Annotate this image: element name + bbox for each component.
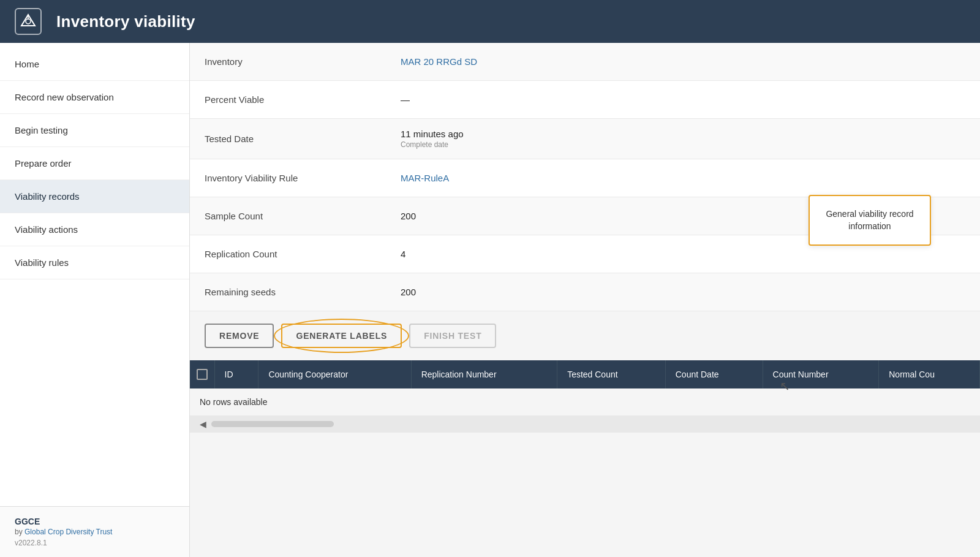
sidebar-item-viability-actions[interactable]: Viability actions xyxy=(0,213,189,246)
no-rows-cell: No rows available xyxy=(190,388,980,415)
tooltip-text: General viability record information xyxy=(826,209,913,231)
sidebar-nav: HomeRecord new observationBegin testingP… xyxy=(0,43,189,506)
finish-test-button[interactable]: FINISH TEST xyxy=(409,324,496,348)
data-table-wrap: IDCounting CooperatorReplication NumberT… xyxy=(190,360,980,415)
info-row-2: Tested Date11 minutes agoComplete date xyxy=(190,119,980,159)
info-row-0: InventoryMAR 20 RRGd SD xyxy=(190,43,980,81)
sidebar-footer: GGCE by Global Crop Diversity Trust v202… xyxy=(0,506,189,557)
table-col-tested-count: Tested Count xyxy=(557,360,666,388)
info-row-1: Percent Viable— xyxy=(190,81,980,119)
info-label-3: Inventory Viability Rule xyxy=(190,163,386,193)
sidebar-item-begin-testing[interactable]: Begin testing xyxy=(0,114,189,147)
sidebar-item-prepare-order[interactable]: Prepare order xyxy=(0,147,189,180)
remove-button[interactable]: REMOVE xyxy=(205,324,274,348)
table-no-rows-row: No rows available xyxy=(190,388,980,415)
table-col-normal-cou: Normal Cou xyxy=(879,360,980,388)
info-value-2: 11 minutes agoComplete date xyxy=(386,119,980,159)
info-value-6: 200 xyxy=(386,277,980,307)
horizontal-scrollbar[interactable] xyxy=(211,421,334,427)
sidebar-item-home[interactable]: Home xyxy=(0,48,189,81)
tooltip-box: General viability record information xyxy=(809,195,931,246)
sidebar-version: v2022.8.1 xyxy=(15,539,175,547)
scroll-row: ◀ xyxy=(190,415,980,433)
table-header: IDCounting CooperatorReplication NumberT… xyxy=(190,360,980,388)
sidebar-item-record-new-observation[interactable]: Record new observation xyxy=(0,81,189,114)
sidebar-trust-link[interactable]: Global Crop Diversity Trust xyxy=(24,528,112,536)
generate-labels-wrap: GENERATE LABELS xyxy=(281,324,402,348)
app-header: Inventory viability xyxy=(0,0,980,43)
sidebar-org: GGCE xyxy=(15,517,175,526)
info-label-0: Inventory xyxy=(190,47,386,77)
app-logo xyxy=(15,8,42,35)
scroll-left-arrow[interactable]: ◀ xyxy=(200,419,206,429)
info-value-3[interactable]: MAR-RuleA xyxy=(386,163,980,193)
sidebar-item-viability-rules[interactable]: Viability rules xyxy=(0,246,189,279)
info-value-1: — xyxy=(386,85,980,115)
info-label-2: Tested Date xyxy=(190,124,386,154)
info-label-1: Percent Viable xyxy=(190,85,386,115)
info-value-0[interactable]: MAR 20 RRGd SD xyxy=(386,47,980,77)
main-content: InventoryMAR 20 RRGd SDPercent Viable—Te… xyxy=(190,43,980,557)
table-header-row: IDCounting CooperatorReplication NumberT… xyxy=(190,360,980,388)
info-table: InventoryMAR 20 RRGd SDPercent Viable—Te… xyxy=(190,43,980,311)
table-col-id: ID xyxy=(214,360,258,388)
svg-point-1 xyxy=(26,19,31,24)
select-all-checkbox[interactable] xyxy=(197,369,208,380)
actions-bar: REMOVE GENERATE LABELS FINISH TEST xyxy=(190,311,980,360)
sidebar-by: by Global Crop Diversity Trust xyxy=(15,528,175,536)
table-checkbox-header xyxy=(190,360,214,388)
table-col-replication-number: Replication Number xyxy=(411,360,557,388)
info-label-4: Sample Count xyxy=(190,201,386,231)
table-col-counting-cooperator: Counting Cooperator xyxy=(258,360,411,388)
info-row-3: Inventory Viability RuleMAR-RuleA xyxy=(190,159,980,197)
generate-labels-button[interactable]: GENERATE LABELS xyxy=(281,324,402,348)
page-title: Inventory viability xyxy=(56,12,195,31)
main-layout: HomeRecord new observationBegin testingP… xyxy=(0,43,980,557)
sidebar: HomeRecord new observationBegin testingP… xyxy=(0,43,190,557)
data-table: IDCounting CooperatorReplication NumberT… xyxy=(190,360,980,415)
info-label-5: Replication Count xyxy=(190,239,386,269)
sidebar-item-viability-records[interactable]: Viability records xyxy=(0,180,189,213)
table-col-count-date: Count Date xyxy=(665,360,763,388)
info-label-6: Remaining seeds xyxy=(190,277,386,307)
info-subtext-2: Complete date xyxy=(401,140,965,149)
table-body: No rows available xyxy=(190,388,980,415)
info-row-6: Remaining seeds200 xyxy=(190,273,980,311)
table-col-count-number: Count Number xyxy=(763,360,879,388)
